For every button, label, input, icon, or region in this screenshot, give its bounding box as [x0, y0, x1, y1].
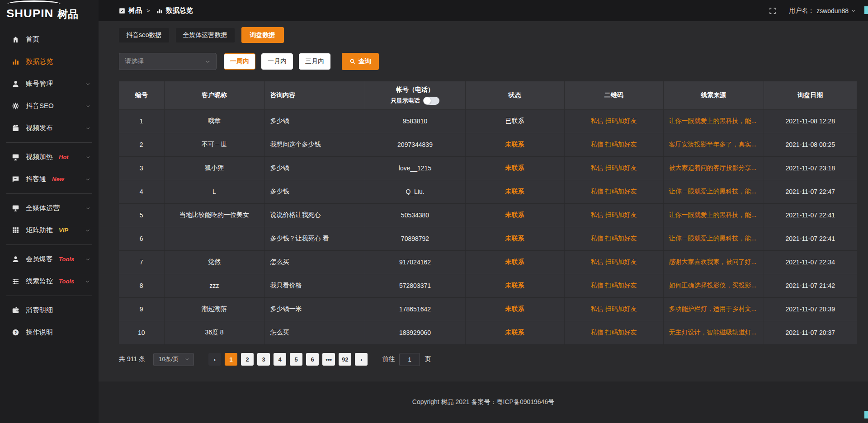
user-dropdown[interactable]: 用户名：zswodun88	[789, 7, 856, 15]
cell-qr-actions[interactable]: 私信 扫码加好友	[564, 274, 663, 297]
select-placeholder: 请选择	[125, 57, 144, 66]
sidebar-item-lead-monitoring[interactable]: 线索监控Tools	[0, 270, 99, 292]
logo: SHUPIN 树品	[0, 0, 99, 21]
cell-lead-source[interactable]: 无主灯设计，智能磁吸轨道灯...	[663, 321, 764, 344]
sidebar-item-video-heating[interactable]: 视频加热Hot	[0, 146, 99, 168]
cell-qr-actions[interactable]: 私信 扫码加好友	[564, 180, 663, 203]
cell-status: 未联系	[465, 297, 564, 321]
page-button-2[interactable]: 2	[241, 353, 254, 366]
page-size-select[interactable]: 10条/页	[153, 353, 194, 366]
bar-chart-icon	[11, 58, 19, 66]
next-page-button[interactable]: ›	[355, 353, 368, 366]
cell-lead-source[interactable]: 如何正确选择投影仪，买投影...	[663, 274, 764, 297]
copyright-text: Copyright 树品 2021 备案号：粤ICP备09019646号	[412, 398, 554, 406]
cell-no: 10	[119, 321, 164, 344]
cell-no: 1	[119, 109, 164, 133]
goto-page-input[interactable]	[399, 353, 420, 366]
tab-douyin-seo-data[interactable]: 抖音seo数据	[119, 28, 169, 42]
table-row: 6多少钱？让我死心 看70898792未联系私信 扫码加好友让你一眼就爱上的黑科…	[119, 227, 857, 250]
cell-content: 说说价格让我死心	[264, 203, 365, 227]
search-button[interactable]: 查询	[342, 53, 379, 70]
cell-qr-actions[interactable]: 私信 扫码加好友	[564, 109, 663, 133]
chevron-down-icon	[85, 103, 90, 109]
table-row: 2不可一世我想问这个多少钱2097344839未联系私信 扫码加好友客厅安装投影…	[119, 133, 857, 156]
page-button-5[interactable]: 5	[290, 353, 302, 366]
tab-inquiry-data[interactable]: 询盘数据	[241, 27, 284, 43]
account-select[interactable]: 请选择	[119, 53, 217, 70]
sidebar-item-douyin-seo[interactable]: 抖音SEO	[0, 95, 99, 117]
cell-lead-source[interactable]: 让你一眼就爱上的黑科技，能...	[663, 180, 764, 203]
cell-inquiry-date: 2021-11-07 22:34	[764, 250, 857, 274]
cell-status: 未联系	[465, 180, 564, 203]
sidebar-item-video-publish[interactable]: 视频发布	[0, 117, 99, 139]
sidebar-item-data-overview[interactable]: 数据总览	[0, 51, 99, 73]
phone-only-toggle[interactable]	[423, 97, 439, 105]
cell-status: 未联系	[465, 156, 564, 180]
toggle-knob	[424, 97, 431, 104]
fullscreen-icon[interactable]	[769, 7, 776, 14]
cell-lead-source[interactable]: 被大家追着问的客厅投影分享...	[663, 156, 764, 180]
page-button-6[interactable]: 6	[306, 353, 319, 366]
scrollbar-top-mark[interactable]	[864, 6, 868, 14]
chevron-down-icon	[85, 126, 90, 131]
cell-no: 2	[119, 133, 164, 156]
sidebar-item-omni-media-operation[interactable]: 全媒体运营	[0, 197, 99, 219]
sidebar-item-douketong[interactable]: 抖客通New	[0, 168, 99, 190]
cell-content: 怎么买	[264, 250, 365, 274]
col-header-lead-source: 线索来源	[663, 81, 764, 109]
cell-lead-source[interactable]: 让你一眼就爱上的黑科技，能...	[663, 109, 764, 133]
cell-qr-actions[interactable]: 私信 扫码加好友	[564, 297, 663, 321]
chevron-down-icon	[85, 81, 90, 87]
cell-qr-actions[interactable]: 私信 扫码加好友	[564, 133, 663, 156]
sidebar-item-operation-guide[interactable]: ?操作说明	[0, 321, 99, 343]
table-header-row: 编号 客户昵称 咨询内容 帐号（电话） 只显示电话 状态 二维码 线索来源	[119, 81, 857, 109]
col-header-no: 编号	[119, 81, 164, 109]
cell-qr-actions[interactable]: 私信 扫码加好友	[564, 250, 663, 274]
cell-no: 4	[119, 180, 164, 203]
table-row: 7觉然怎么买917024162未联系私信 扫码加好友感谢大家喜欢我家，被问了好.…	[119, 250, 857, 274]
range-one-week-button[interactable]: 一周内	[224, 53, 255, 70]
cell-content: 我只看价格	[264, 274, 365, 297]
page-button-4[interactable]: 4	[274, 353, 286, 366]
cell-status: 已联系	[465, 109, 564, 133]
tab-omni-media-data[interactable]: 全媒体运营数据	[176, 28, 235, 42]
range-one-month-button[interactable]: 一月内	[261, 53, 293, 70]
cell-lead-source[interactable]: 让你一眼就爱上的黑科技，能...	[663, 227, 764, 250]
range-three-months-button[interactable]: 三月内	[299, 53, 330, 70]
cell-qr-actions[interactable]: 私信 扫码加好友	[564, 227, 663, 250]
cell-no: 6	[119, 227, 164, 250]
prev-page-button[interactable]: ‹	[208, 353, 221, 366]
sidebar-item-badge: Tools	[59, 278, 74, 285]
cell-qr-actions[interactable]: 私信 扫码加好友	[564, 321, 663, 344]
username-value: zswodun88	[816, 7, 849, 14]
cell-lead-source[interactable]: 客厅安装投影半年多了，真实...	[663, 133, 764, 156]
search-icon	[349, 58, 356, 65]
monitor-icon	[11, 204, 19, 212]
sidebar-item-home[interactable]: 首页	[0, 28, 99, 51]
page-button-92[interactable]: 92	[339, 353, 351, 366]
page-button-1[interactable]: 1	[225, 353, 237, 366]
table-row: 8zzz我只看价格572803371未联系私信 扫码加好友如何正确选择投影仪，买…	[119, 274, 857, 297]
cell-nickname: 哦章	[164, 109, 264, 133]
sidebar-item-consumption-details[interactable]: 消费明细	[0, 299, 99, 321]
cell-lead-source[interactable]: 感谢大家喜欢我家，被问了好...	[663, 250, 764, 274]
chevron-down-icon	[85, 257, 90, 262]
total-count: 共 911 条	[119, 355, 145, 363]
sidebar-item-matrix-boost[interactable]: 矩阵助推VIP	[0, 219, 99, 241]
cell-lead-source[interactable]: 多功能护栏灯，适用于乡村文...	[663, 297, 764, 321]
cell-qr-actions[interactable]: 私信 扫码加好友	[564, 156, 663, 180]
cell-lead-source[interactable]: 让你一眼就爱上的黑科技，能...	[663, 203, 764, 227]
chevron-down-icon	[184, 357, 189, 362]
breadcrumb-root[interactable]: 树品	[128, 6, 142, 15]
page-ellipsis[interactable]: •••	[322, 353, 335, 366]
cell-qr-actions[interactable]: 私信 扫码加好友	[564, 203, 663, 227]
cell-nickname: 狐小狸	[164, 156, 264, 180]
cell-inquiry-date: 2021-11-08 00:25	[764, 133, 857, 156]
logo-arc-decoration	[7, 0, 61, 8]
sidebar-item-account-management[interactable]: 账号管理	[0, 73, 99, 95]
page-button-3[interactable]: 3	[257, 353, 270, 366]
sidebar-item-member-baoke[interactable]: 会员爆客Tools	[0, 248, 99, 270]
cell-no: 8	[119, 274, 164, 297]
pagination: 共 911 条 10条/页 ‹ 123456•••92 › 前往 页	[119, 353, 857, 366]
scrollbar-bottom-mark[interactable]	[864, 411, 868, 418]
